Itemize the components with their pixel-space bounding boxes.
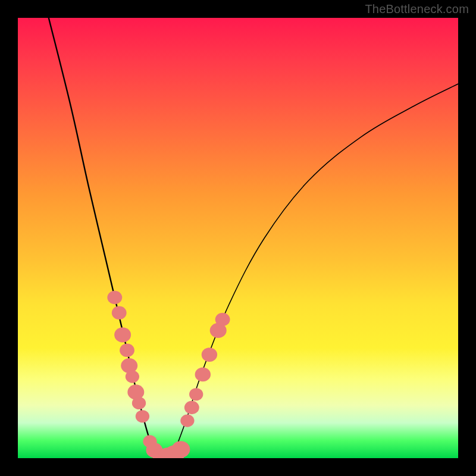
watermark-text: TheBottleneck.com xyxy=(365,2,469,16)
scatter-dot xyxy=(107,291,122,305)
scatter-dot xyxy=(184,401,199,415)
scatter-dot xyxy=(136,410,149,422)
scatter-dot xyxy=(114,327,131,342)
plot-area xyxy=(18,18,458,458)
scatter-dot xyxy=(126,371,139,383)
scatter-dot xyxy=(195,367,211,381)
scatter-dot xyxy=(171,441,190,458)
scatter-dot xyxy=(120,343,134,357)
scatter-dot xyxy=(132,397,146,409)
scatter-dot xyxy=(112,306,127,320)
scatter-dot xyxy=(215,313,230,327)
chart-svg xyxy=(18,18,458,458)
scatter-dot xyxy=(180,415,194,427)
scatter-dot xyxy=(189,388,203,400)
scatter-dot xyxy=(202,347,217,362)
chart-frame: TheBottleneck.com xyxy=(0,0,476,476)
curve-right-branch xyxy=(172,84,458,458)
scatter-points xyxy=(107,291,230,458)
